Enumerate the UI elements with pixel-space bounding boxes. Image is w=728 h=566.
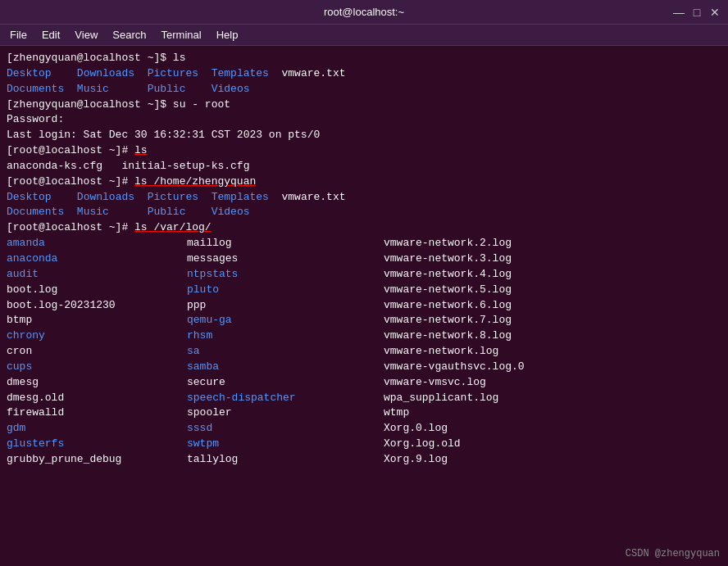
log-row-9: dmesgsecurevmware-vmsvc.log — [7, 375, 721, 391]
line-9: [root@localhost ~]# ls /home/zhengyquan — [7, 174, 721, 190]
minimize-button[interactable]: — — [672, 6, 685, 19]
window-controls: — □ ✕ — [672, 6, 721, 19]
log-row-14: grubby_prune_debugtallylogXorg.9.log — [7, 452, 721, 468]
log-row-11: firewalldspoolerwtmp — [7, 405, 721, 421]
log-row-5: btmpqemu-gavmware-network.7.log — [7, 313, 721, 328]
line-5: Password: — [7, 112, 721, 128]
line-11: Documents Music Public Videos — [7, 205, 721, 220]
line-1: [zhengyquan@localhost ~]$ ls — [7, 51, 721, 66]
terminal-body[interactable]: [zhengyquan@localhost ~]$ ls Desktop Dow… — [0, 46, 728, 566]
log-row-4: boot.log-20231230pppvmware-network.6.log — [7, 298, 721, 314]
menu-bar: File Edit View Search Terminal Help — [0, 25, 728, 46]
title-bar: root@localhost:~ — □ ✕ — [0, 0, 728, 25]
line-4: [zhengyquan@localhost ~]$ su - root — [7, 97, 721, 113]
menu-view[interactable]: View — [68, 27, 104, 43]
watermark: CSDN @zhengyquan — [626, 548, 720, 559]
line-8: anaconda-ks.cfg initial-setup-ks.cfg — [7, 159, 721, 174]
log-row-10: dmesg.oldspeech-dispatcherwpa_supplicant… — [7, 391, 721, 406]
menu-edit[interactable]: Edit — [35, 27, 66, 43]
menu-file[interactable]: File — [3, 27, 34, 43]
log-row-2: auditntpstatsvmware-network.4.log — [7, 267, 721, 283]
menu-terminal[interactable]: Terminal — [155, 27, 208, 43]
log-row-6: chronyrhsmvmware-network.8.log — [7, 328, 721, 344]
window-title: root@localhost:~ — [56, 6, 672, 18]
line-6: Last login: Sat Dec 30 16:32:31 CST 2023… — [7, 128, 721, 143]
log-row-7: cronsavmware-network.log — [7, 344, 721, 360]
log-row-8: cupssambavmware-vgauthsvc.log.0 — [7, 360, 721, 375]
line-7: [root@localhost ~]# ls — [7, 143, 721, 159]
terminal-window: root@localhost:~ — □ ✕ File Edit View Se… — [0, 0, 728, 566]
line-12: [root@localhost ~]# ls /var/log/ — [7, 220, 721, 236]
line-3: Documents Music Public Videos — [7, 82, 721, 97]
menu-search[interactable]: Search — [106, 27, 152, 43]
close-button[interactable]: ✕ — [708, 6, 721, 19]
log-row-1: anacondamessagesvmware-network.3.log — [7, 251, 721, 267]
line-10: Desktop Downloads Pictures Templates vmw… — [7, 190, 721, 206]
maximize-button[interactable]: □ — [690, 6, 703, 19]
log-row-12: gdmsssdXorg.0.log — [7, 421, 721, 437]
log-row-0: amandamaillogvmware-network.2.log — [7, 236, 721, 251]
menu-help[interactable]: Help — [210, 27, 245, 43]
log-row-13: glusterfsswtpmXorg.log.old — [7, 437, 721, 452]
log-row-3: boot.logplutovmware-network.5.log — [7, 283, 721, 298]
line-2: Desktop Downloads Pictures Templates vmw… — [7, 66, 721, 82]
